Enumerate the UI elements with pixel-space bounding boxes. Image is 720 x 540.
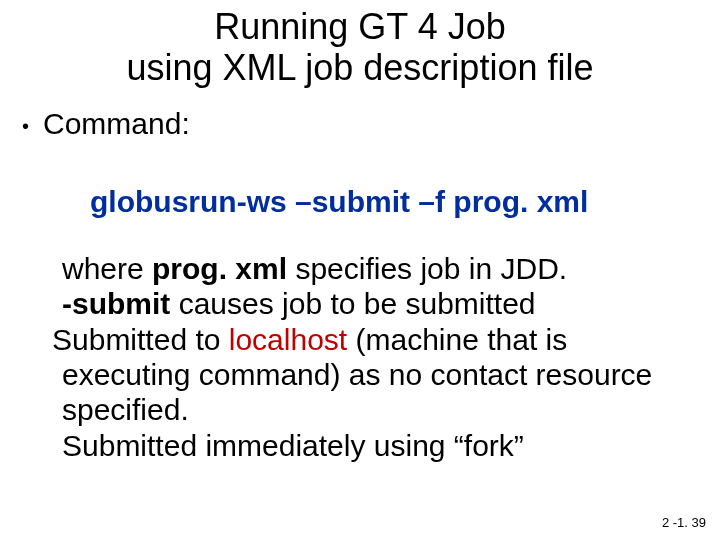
t: Submitted to xyxy=(52,323,229,356)
bullet-dot-icon: • xyxy=(22,107,43,145)
body-line-2: -submit causes job to be submitted xyxy=(42,286,700,321)
body-line-4: executing command) as no contact resourc… xyxy=(42,357,700,392)
prog-xml-bold: prog. xml xyxy=(152,252,287,285)
command-line: globusrun-ws –submit –f prog. xml xyxy=(0,185,720,219)
body-line-3: Submitted to localhost (machine that is xyxy=(42,322,700,357)
t: specifies job in JDD. xyxy=(287,252,567,285)
title-line-2: using XML job description file xyxy=(127,47,594,88)
slide: Running GT 4 Job using XML job descripti… xyxy=(0,0,720,540)
localhost-red: localhost xyxy=(229,323,347,356)
t: (machine that is xyxy=(347,323,567,356)
body-line-5: specified. xyxy=(42,392,700,427)
bullet-command: • Command: xyxy=(0,107,720,145)
t: causes job to be submitted xyxy=(170,287,535,320)
body-line-6: Submitted immediately using “fork” xyxy=(42,428,700,463)
page-number: 2 -1. 39 xyxy=(662,515,706,530)
bullet-label: Command: xyxy=(43,107,190,141)
slide-title: Running GT 4 Job using XML job descripti… xyxy=(0,0,720,89)
body-line-1: where prog. xml specifies job in JDD. xyxy=(42,251,700,286)
title-line-1: Running GT 4 Job xyxy=(214,6,506,47)
t: where xyxy=(62,252,152,285)
submit-bold: -submit xyxy=(62,287,170,320)
body-text: where prog. xml specifies job in JDD. -s… xyxy=(0,251,720,463)
